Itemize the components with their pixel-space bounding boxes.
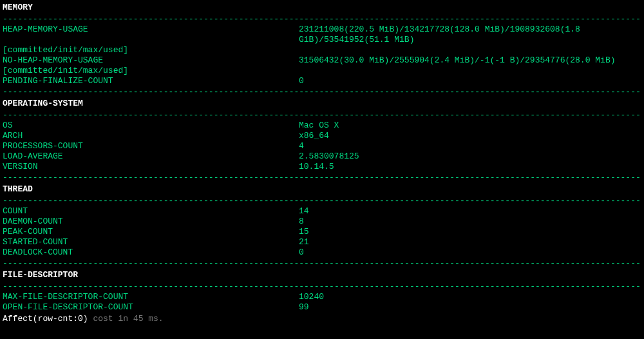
- row-value: x86_64: [299, 131, 641, 141]
- row-value: 10.14.5: [299, 162, 641, 172]
- row-value: 31506432(30.0 MiB)/2555904(2.4 MiB)/-1(-…: [299, 55, 641, 66]
- row-key: ARCH: [3, 131, 299, 141]
- row-key: VERSION: [3, 162, 299, 172]
- row-value: 21: [299, 237, 641, 247]
- table-row: VERSION 10.14.5: [3, 162, 641, 172]
- row-value: 14: [299, 206, 641, 217]
- thread-section-header: THREAD: [3, 183, 641, 195]
- os-section-header: OPERATING-SYSTEM: [3, 97, 641, 110]
- row-value: 99: [299, 302, 641, 313]
- row-value: 231211008(220.5 MiB)/134217728(128.0 MiB…: [299, 24, 641, 45]
- table-row: STARTED-COUNT 21: [3, 237, 641, 247]
- row-key: [committed/init/max/used]: [3, 45, 299, 55]
- row-key: LOAD-AVERAGE: [3, 151, 299, 162]
- row-value: 4: [299, 141, 641, 151]
- row-key: NO-HEAP-MEMORY-USAGE: [3, 55, 299, 66]
- row-key: PEAK-COUNT: [3, 227, 299, 237]
- horizontal-rule: ----------------------------------------…: [3, 258, 641, 269]
- row-key: COUNT: [3, 206, 299, 217]
- horizontal-rule: ----------------------------------------…: [3, 172, 641, 183]
- table-row: OPEN-FILE-DESCRIPTOR-COUNT 99: [3, 302, 641, 313]
- row-value: 0: [299, 247, 641, 258]
- row-key: [committed/init/max/used]: [3, 66, 299, 76]
- table-row: DEADLOCK-COUNT 0: [3, 247, 641, 258]
- table-row: HEAP-MEMORY-USAGE 231211008(220.5 MiB)/1…: [3, 24, 641, 45]
- table-row: LOAD-AVERAGE 2.5830078125: [3, 151, 641, 162]
- row-key: STARTED-COUNT: [3, 237, 299, 247]
- status-line: Affect(row-cnt:0) cost in 45 ms.: [3, 313, 641, 324]
- row-value: [299, 66, 641, 76]
- row-value: Mac OS X: [299, 121, 641, 131]
- table-row: ARCH x86_64: [3, 131, 641, 141]
- status-affect: Affect(row-cnt:0): [3, 314, 88, 324]
- horizontal-rule: ----------------------------------------…: [3, 281, 641, 292]
- row-key: MAX-FILE-DESCRIPTOR-COUNT: [3, 292, 299, 302]
- table-row: [committed/init/max/used]: [3, 45, 641, 55]
- table-row: OS Mac OS X: [3, 121, 641, 131]
- memory-section-header: MEMORY: [3, 1, 641, 14]
- table-row: MAX-FILE-DESCRIPTOR-COUNT 10240: [3, 292, 641, 302]
- table-row: PROCESSORS-COUNT 4: [3, 141, 641, 151]
- row-key: OS: [3, 121, 299, 131]
- row-key: OPEN-FILE-DESCRIPTOR-COUNT: [3, 302, 299, 313]
- horizontal-rule: ----------------------------------------…: [3, 195, 641, 206]
- table-row: PEAK-COUNT 15: [3, 227, 641, 237]
- row-key: HEAP-MEMORY-USAGE: [3, 24, 299, 45]
- table-row: PENDING-FINALIZE-COUNT 0: [3, 76, 641, 86]
- table-row: DAEMON-COUNT 8: [3, 217, 641, 227]
- row-value: 8: [299, 217, 641, 227]
- row-key: PENDING-FINALIZE-COUNT: [3, 76, 299, 86]
- row-key: PROCESSORS-COUNT: [3, 141, 299, 151]
- horizontal-rule: ----------------------------------------…: [3, 86, 641, 97]
- fd-section-header: FILE-DESCRIPTOR: [3, 269, 641, 281]
- horizontal-rule: ----------------------------------------…: [3, 14, 641, 24]
- row-key: DAEMON-COUNT: [3, 217, 299, 227]
- row-value: 0: [299, 76, 641, 86]
- table-row: COUNT 14: [3, 206, 641, 217]
- horizontal-rule: ----------------------------------------…: [3, 110, 641, 121]
- table-row: [committed/init/max/used]: [3, 66, 641, 76]
- row-key: DEADLOCK-COUNT: [3, 247, 299, 258]
- status-cost: cost in 45 ms.: [88, 314, 164, 324]
- row-value: 2.5830078125: [299, 151, 641, 162]
- table-row: NO-HEAP-MEMORY-USAGE 31506432(30.0 MiB)/…: [3, 55, 641, 66]
- row-value: [299, 45, 641, 55]
- row-value: 15: [299, 227, 641, 237]
- row-value: 10240: [299, 292, 641, 302]
